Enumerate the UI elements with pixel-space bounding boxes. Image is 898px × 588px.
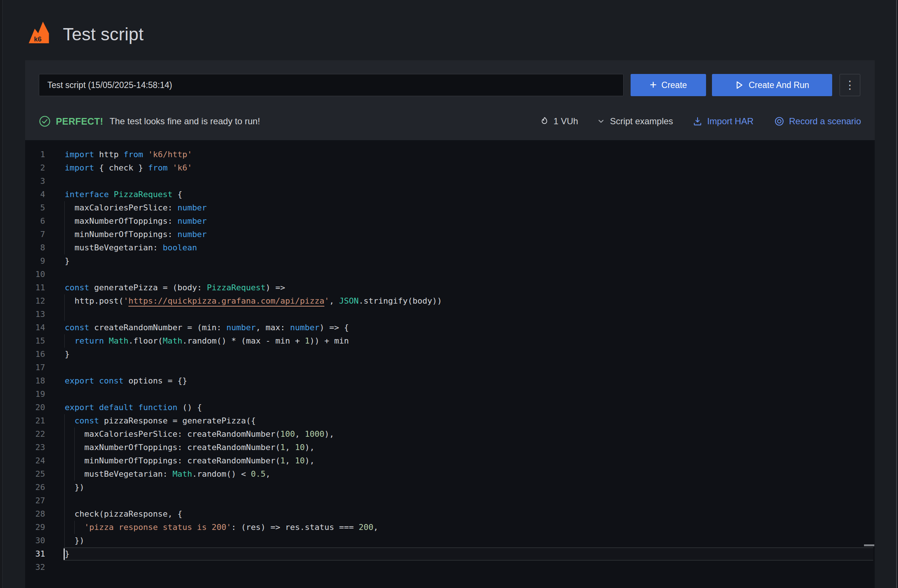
code-line-32[interactable]: [65, 560, 442, 574]
k6-logo: k6: [28, 21, 49, 45]
code-line-30[interactable]: }): [65, 534, 442, 547]
line-number: 22: [25, 427, 45, 441]
line-number: 2: [25, 161, 45, 175]
code-line-4[interactable]: interface PizzaRequest {: [65, 188, 442, 201]
more-options-button[interactable]: ⋮: [840, 74, 860, 96]
line-number: 28: [25, 507, 45, 521]
line-number: 17: [25, 361, 45, 374]
svg-text:k6: k6: [34, 35, 42, 43]
code-line-16[interactable]: }: [65, 348, 442, 361]
code-line-25[interactable]: mustBeVegetarian: Math.random() < 0.5,: [65, 467, 442, 481]
line-number: 10: [25, 268, 45, 281]
code-line-31[interactable]: }: [65, 547, 442, 560]
code-line-8[interactable]: mustBeVegetarian: boolean: [65, 241, 442, 255]
create-and-run-button[interactable]: Create And Run: [712, 74, 832, 96]
record-scenario-link[interactable]: Record a scenario: [774, 116, 861, 126]
indent-guide: [74, 427, 75, 481]
indent-guide: [65, 294, 65, 321]
download-icon: [692, 116, 703, 126]
k6-test-script-page: k6 Test script + Create Create And Run ⋮: [0, 0, 898, 588]
code-line-12[interactable]: http.post('https://quickpizza.grafana.co…: [65, 294, 442, 308]
record-scenario-label: Record a scenario: [789, 116, 861, 126]
import-har-link[interactable]: Import HAR: [692, 116, 753, 126]
play-outline-icon: [735, 80, 744, 90]
line-number: 24: [25, 454, 45, 467]
window-left-edge: [0, 0, 3, 588]
code-editor[interactable]: 1234567891011121314151617181920212223242…: [25, 140, 875, 588]
line-number: 6: [25, 215, 45, 228]
code-line-28[interactable]: check(pizzaResponse, {: [65, 507, 442, 521]
code-content[interactable]: import http from 'k6/http'import { check…: [65, 148, 442, 574]
line-number: 26: [25, 481, 45, 494]
line-number: 13: [25, 308, 45, 321]
line-number: 32: [25, 560, 45, 574]
code-line-22[interactable]: maxCaloriesPerSlice: createRandomNumber(…: [65, 427, 442, 441]
code-line-2[interactable]: import { check } from 'k6': [65, 161, 442, 175]
record-circle-icon: [774, 116, 784, 126]
code-line-9[interactable]: }: [65, 255, 442, 268]
code-line-20[interactable]: export default function () {: [65, 401, 442, 414]
line-number: 4: [25, 188, 45, 201]
code-line-24[interactable]: minNumberOfToppings: createRandomNumber(…: [65, 454, 442, 467]
code-line-10[interactable]: [65, 268, 442, 281]
page-title: Test script: [63, 24, 143, 45]
line-number: 16: [25, 348, 45, 361]
line-number: 3: [25, 175, 45, 188]
code-line-13[interactable]: [65, 308, 442, 321]
test-name-input[interactable]: [39, 74, 624, 96]
code-line-11[interactable]: const generatePizza = (body: PizzaReques…: [65, 281, 442, 294]
flame-icon: [539, 116, 550, 126]
import-har-label: Import HAR: [707, 116, 753, 126]
status-actions: 1 VUh Script examples Import HAR: [539, 116, 861, 126]
code-line-23[interactable]: maxNumberOfToppings: createRandomNumber(…: [65, 441, 442, 454]
line-number: 23: [25, 441, 45, 454]
chevron-down-icon: [597, 118, 605, 125]
line-number: 5: [25, 201, 45, 215]
code-line-18[interactable]: export const options = {}: [65, 374, 442, 388]
code-line-27[interactable]: [65, 494, 442, 507]
line-number: 1: [25, 148, 45, 161]
line-number: 27: [25, 494, 45, 507]
code-line-1[interactable]: import http from 'k6/http': [65, 148, 442, 161]
line-number: 11: [25, 281, 45, 294]
vuh-label: 1 VUh: [553, 116, 578, 126]
indent-guide: [74, 521, 75, 534]
indent-guide: [65, 414, 65, 547]
code-line-26[interactable]: }): [65, 481, 442, 494]
line-number: 14: [25, 321, 45, 334]
line-number: 18: [25, 374, 45, 388]
line-number: 20: [25, 401, 45, 414]
indent-guide: [65, 334, 65, 348]
overview-ruler-marker: [864, 544, 874, 546]
line-number: 21: [25, 414, 45, 427]
check-circle-icon: [39, 115, 51, 127]
line-number: 31: [25, 547, 45, 560]
code-line-29[interactable]: 'pizza response status is 200': (res) =>…: [65, 521, 442, 534]
code-line-6[interactable]: maxNumberOfToppings: number: [65, 215, 442, 228]
vuh-indicator: 1 VUh: [539, 116, 578, 126]
code-line-19[interactable]: [65, 388, 442, 401]
code-line-3[interactable]: [65, 175, 442, 188]
code-line-7[interactable]: minNumberOfToppings: number: [65, 228, 442, 241]
line-number: 30: [25, 534, 45, 547]
kebab-menu-icon: ⋮: [844, 80, 855, 91]
indent-guide: [65, 201, 65, 255]
k6-flame-logo-icon: k6: [28, 21, 49, 45]
line-number: 9: [25, 255, 45, 268]
line-number: 7: [25, 228, 45, 241]
status-row: PERFECT! The test looks fine and is read…: [39, 113, 861, 129]
validation-status: PERFECT! The test looks fine and is read…: [39, 115, 260, 127]
code-line-5[interactable]: maxCaloriesPerSlice: number: [65, 201, 442, 215]
gutter: 1234567891011121314151617181920212223242…: [25, 148, 45, 574]
code-line-15[interactable]: return Math.floor(Math.random() * (max -…: [65, 334, 442, 348]
line-number: 8: [25, 241, 45, 255]
script-examples-dropdown[interactable]: Script examples: [597, 116, 673, 126]
create-button[interactable]: + Create: [630, 74, 706, 96]
text-cursor: [64, 548, 65, 560]
create-button-label: Create: [661, 80, 687, 90]
plus-icon: +: [650, 79, 657, 91]
code-line-17[interactable]: [65, 361, 442, 374]
code-line-21[interactable]: const pizzaResponse = generatePizza({: [65, 414, 442, 427]
line-number: 29: [25, 521, 45, 534]
code-line-14[interactable]: const createRandomNumber = (min: number,…: [65, 321, 442, 334]
